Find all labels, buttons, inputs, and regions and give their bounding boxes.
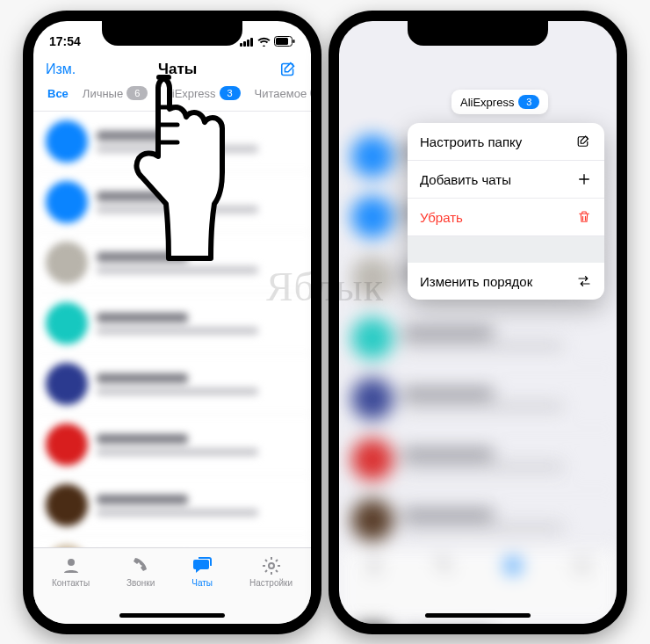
avatar bbox=[46, 423, 88, 466]
svg-rect-1 bbox=[243, 41, 246, 47]
cellular-icon bbox=[240, 37, 254, 47]
tab-personal-label: Личные bbox=[83, 87, 123, 100]
phone-frame-right: AliExpress 3 Настроить папку Добавить ча… bbox=[329, 11, 627, 634]
svg-rect-6 bbox=[293, 40, 295, 43]
tab-readable-badge: 3 bbox=[310, 86, 311, 100]
avatar bbox=[351, 257, 394, 299]
svg-rect-5 bbox=[276, 38, 288, 45]
home-indicator[interactable] bbox=[425, 613, 531, 618]
chat-row[interactable] bbox=[339, 490, 617, 551]
menu-configure-label: Настроить папку bbox=[420, 134, 522, 149]
home-indicator[interactable] bbox=[119, 613, 225, 618]
tab-bar-blurred bbox=[339, 547, 617, 624]
avatar bbox=[351, 499, 394, 541]
avatar bbox=[351, 135, 394, 177]
avatar bbox=[46, 242, 88, 284]
svg-rect-0 bbox=[240, 43, 242, 47]
pointing-hand-illustration bbox=[128, 67, 225, 269]
phone-screen-right: AliExpress 3 Настроить папку Добавить ча… bbox=[339, 21, 617, 624]
plus-icon bbox=[576, 171, 592, 187]
tab-readable-label: Читаемое bbox=[255, 87, 307, 100]
screenshot-canvas: Яблык 17:54 Изм. Чаты bbox=[0, 0, 650, 644]
tabbar-contacts[interactable]: Контакты bbox=[52, 555, 90, 588]
svg-point-12 bbox=[371, 559, 378, 566]
chat-icon bbox=[191, 555, 213, 576]
avatar bbox=[351, 438, 394, 481]
trash-icon bbox=[576, 209, 592, 225]
avatar bbox=[46, 363, 88, 405]
gear-icon bbox=[261, 555, 282, 576]
menu-reorder[interactable]: Изменить порядок bbox=[408, 263, 604, 300]
chat-row[interactable] bbox=[33, 293, 311, 354]
avatar bbox=[46, 484, 88, 526]
tab-all[interactable]: Все bbox=[42, 83, 74, 104]
notch bbox=[408, 21, 548, 46]
reorder-icon bbox=[576, 273, 592, 289]
chat-row[interactable] bbox=[339, 308, 617, 369]
avatar bbox=[46, 302, 88, 344]
menu-add-label: Добавить чаты bbox=[420, 172, 511, 187]
tab-bar: Контакты Звонки Чаты Настройки bbox=[33, 547, 311, 624]
tabbar-contacts-label: Контакты bbox=[52, 578, 90, 588]
compose-button[interactable] bbox=[279, 60, 299, 79]
svg-rect-2 bbox=[247, 40, 249, 47]
svg-point-14 bbox=[575, 559, 589, 573]
tabbar-chats-label: Чаты bbox=[191, 578, 213, 588]
contact-icon bbox=[61, 555, 82, 576]
avatar bbox=[46, 120, 88, 163]
phone-frame-left: 17:54 Изм. Чаты Все Личные bbox=[23, 11, 321, 634]
phone-icon bbox=[130, 555, 151, 576]
battery-icon bbox=[274, 36, 295, 47]
svg-rect-3 bbox=[250, 38, 253, 47]
menu-separator bbox=[408, 236, 604, 263]
chat-row[interactable] bbox=[33, 475, 311, 536]
chat-row[interactable] bbox=[33, 415, 311, 475]
svg-point-8 bbox=[269, 563, 274, 568]
avatar bbox=[351, 317, 394, 359]
menu-remove-label: Убрать bbox=[420, 210, 463, 225]
svg-point-7 bbox=[68, 559, 75, 566]
chat-row[interactable] bbox=[33, 354, 311, 415]
tabbar-chats[interactable]: Чаты bbox=[191, 555, 213, 588]
chat-row[interactable] bbox=[339, 369, 617, 430]
tab-all-label: Все bbox=[47, 87, 69, 100]
edit-button[interactable]: Изм. bbox=[46, 62, 76, 77]
folder-chip-badge: 3 bbox=[518, 95, 539, 109]
folder-chip[interactable]: AliExpress 3 bbox=[451, 90, 548, 114]
avatar bbox=[351, 196, 394, 238]
folder-chip-label: AliExpress bbox=[460, 96, 514, 109]
context-menu: Настроить папку Добавить чаты Убрать Изм… bbox=[408, 123, 604, 300]
menu-add-chats[interactable]: Добавить чаты bbox=[408, 161, 604, 199]
wifi-icon bbox=[257, 37, 271, 47]
compose-icon bbox=[279, 60, 299, 79]
tabbar-settings[interactable]: Настройки bbox=[249, 555, 292, 588]
compose-icon bbox=[576, 134, 592, 149]
menu-configure-folder[interactable]: Настроить папку bbox=[408, 123, 604, 161]
menu-remove[interactable]: Убрать bbox=[408, 199, 604, 236]
svg-point-13 bbox=[505, 558, 521, 574]
tabbar-settings-label: Настройки bbox=[249, 578, 292, 588]
avatar bbox=[46, 181, 88, 223]
chat-row[interactable] bbox=[339, 430, 617, 490]
status-icons bbox=[240, 36, 295, 47]
tabbar-calls-label: Звонки bbox=[126, 578, 155, 588]
menu-reorder-label: Изменить порядок bbox=[420, 274, 532, 289]
tab-readable[interactable]: Читаемое 3 bbox=[249, 83, 311, 104]
notch bbox=[102, 21, 242, 46]
tabbar-calls[interactable]: Звонки bbox=[126, 555, 155, 588]
avatar bbox=[351, 378, 394, 420]
status-time: 17:54 bbox=[49, 34, 81, 48]
